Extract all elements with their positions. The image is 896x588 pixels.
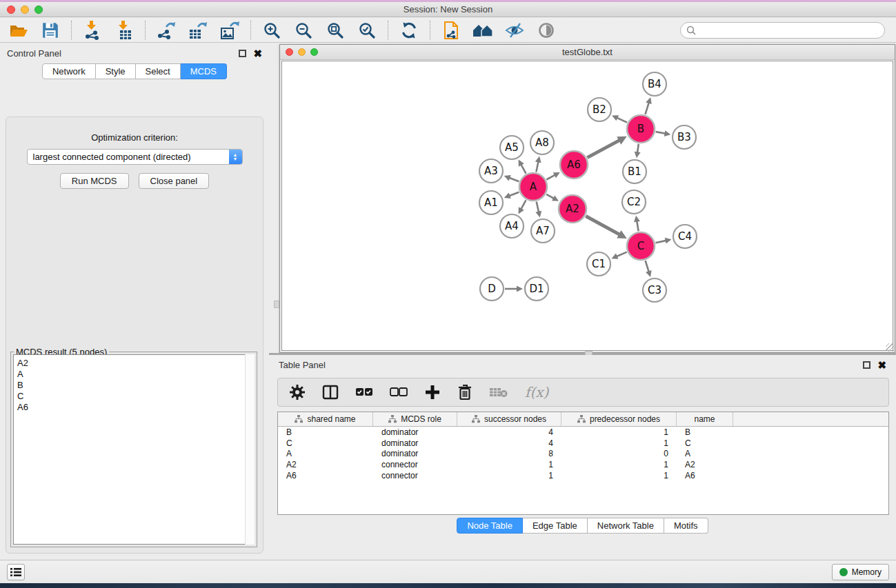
tab-style[interactable]: Style: [96, 63, 136, 79]
edge-A2-C[interactable]: [586, 216, 621, 236]
float-panel-icon[interactable]: [239, 50, 246, 57]
network-canvas[interactable]: B4B2BB3A5A8A6A3B1AC2A1A2A4A7C4CC1C3DD1: [281, 61, 893, 351]
node-table[interactable]: shared nameMCDS rolesuccessor nodesprede…: [277, 412, 889, 515]
zoom-fit-button[interactable]: [322, 19, 348, 41]
hierarchy-icon: [388, 415, 397, 423]
result-scrollbar[interactable]: [245, 354, 255, 545]
show-column-button[interactable]: [322, 384, 339, 401]
table-row[interactable]: Bdominator41B: [278, 427, 888, 438]
graph-node-B3[interactable]: B3: [673, 125, 696, 149]
graph-node-C[interactable]: C: [627, 232, 655, 260]
tab-network-table[interactable]: Network Table: [588, 518, 664, 534]
search-field[interactable]: [680, 22, 885, 39]
graph-node-C2[interactable]: C2: [622, 190, 646, 214]
graph-node-A6[interactable]: A6: [560, 151, 588, 179]
close-panel-icon[interactable]: ✖: [253, 50, 262, 57]
graph-node-D[interactable]: D: [480, 277, 504, 301]
graph-node-A4[interactable]: A4: [500, 214, 524, 238]
graph-node-B4[interactable]: B4: [643, 72, 666, 96]
graph-node-C4[interactable]: C4: [673, 225, 697, 248]
column-header-predecessor-nodes[interactable]: predecessor nodes: [561, 412, 677, 426]
tab-network[interactable]: Network: [42, 63, 96, 79]
result-list-item[interactable]: C: [17, 391, 254, 402]
graph-node-B1[interactable]: B1: [623, 160, 646, 183]
show-panels-button[interactable]: [533, 19, 559, 41]
graph-node-A5[interactable]: A5: [500, 136, 524, 159]
edge-C-C3[interactable]: [646, 261, 650, 273]
table-cell: 4: [457, 427, 561, 437]
export-network-button[interactable]: [153, 19, 179, 41]
zoom-in-button[interactable]: [259, 19, 285, 41]
result-list-item[interactable]: A2: [17, 358, 254, 369]
graph-node-A3[interactable]: A3: [479, 159, 503, 183]
home-button[interactable]: [470, 19, 496, 41]
table-row[interactable]: A2connector11A2: [278, 459, 888, 470]
graph-node-A[interactable]: A: [519, 173, 547, 201]
hierarchy-icon: [472, 415, 480, 423]
table-settings-button[interactable]: [289, 384, 306, 401]
hide-panels-button[interactable]: [501, 19, 528, 41]
criterion-dropdown[interactable]: largest connected component (directed) ▲…: [27, 149, 243, 165]
run-mcds-button[interactable]: Run MCDS: [60, 173, 129, 189]
search-input[interactable]: [696, 23, 884, 37]
svg-text:A8: A8: [535, 136, 549, 149]
export-table-button[interactable]: [185, 19, 211, 41]
zoom-out-button[interactable]: [290, 19, 317, 41]
close-table-panel-icon[interactable]: ✖: [877, 361, 886, 369]
control-panel: Control Panel ✖ NetworkStyleSelectMCDS O…: [0, 43, 269, 560]
import-network-button[interactable]: [79, 19, 106, 41]
tab-motifs[interactable]: Motifs: [664, 518, 708, 534]
svg-text:A1: A1: [484, 196, 498, 209]
mcds-result-list[interactable]: A2ABCA6: [13, 354, 255, 545]
float-table-panel-icon[interactable]: [863, 361, 870, 369]
edge-B-B4[interactable]: [645, 101, 649, 114]
column-header-name[interactable]: name: [677, 412, 733, 426]
save-session-button[interactable]: [37, 19, 63, 41]
graph-node-D1[interactable]: D1: [525, 277, 548, 301]
network-window-title: testGlobe.txt: [280, 47, 895, 57]
graph-node-A7[interactable]: A7: [531, 219, 555, 243]
column-header-successor-nodes[interactable]: successor nodes: [457, 412, 561, 426]
column-header-MCDS-role[interactable]: MCDS role: [373, 412, 457, 426]
svg-text:C3: C3: [648, 284, 661, 296]
tab-node-table[interactable]: Node Table: [457, 518, 523, 534]
graph-node-B2[interactable]: B2: [588, 98, 611, 121]
result-list-item[interactable]: A: [17, 369, 254, 380]
graph-node-C3[interactable]: C3: [643, 278, 666, 302]
memory-button[interactable]: Memory: [832, 564, 889, 580]
result-list-item[interactable]: A6: [17, 402, 254, 413]
column-header-shared-name[interactable]: shared name: [278, 412, 373, 426]
network-from-file-button[interactable]: [438, 19, 464, 41]
graph-node-A8[interactable]: A8: [530, 131, 554, 154]
plus-icon: [424, 384, 441, 401]
result-list-item[interactable]: B: [17, 380, 254, 391]
table-row[interactable]: Adominator80A: [278, 449, 888, 460]
edge-C-C1[interactable]: [615, 252, 627, 257]
function-builder-button[interactable]: f(x): [525, 384, 548, 401]
resize-grip-icon[interactable]: [886, 343, 894, 352]
open-icon: [9, 21, 28, 39]
deselect-all-button[interactable]: [390, 387, 408, 398]
import-table-button[interactable]: [111, 19, 137, 41]
graph-node-B[interactable]: B: [627, 115, 655, 143]
add-column-button[interactable]: [424, 384, 441, 401]
table-row[interactable]: A6connector11A6: [278, 470, 888, 481]
vertical-divider-handle[interactable]: [274, 301, 279, 308]
table-row[interactable]: Cdominator41C: [278, 438, 888, 449]
select-all-button[interactable]: [355, 387, 373, 398]
task-history-button[interactable]: [7, 564, 25, 580]
edge-A6-B[interactable]: [587, 139, 621, 157]
open-session-button[interactable]: [6, 19, 32, 41]
zoom-selected-button[interactable]: [354, 19, 380, 41]
tab-edge-table[interactable]: Edge Table: [523, 518, 588, 534]
close-panel-button[interactable]: Close panel: [139, 173, 210, 189]
tab-mcds[interactable]: MCDS: [181, 63, 227, 79]
export-image-button[interactable]: [217, 19, 243, 41]
tab-select[interactable]: Select: [136, 63, 181, 79]
delete-column-button[interactable]: [457, 384, 472, 401]
graph-node-A1[interactable]: A1: [479, 191, 503, 214]
graph-node-C1[interactable]: C1: [587, 252, 610, 276]
refresh-button[interactable]: [396, 19, 422, 41]
delete-table-button[interactable]: [489, 386, 508, 398]
graph-node-A2[interactable]: A2: [559, 195, 586, 223]
